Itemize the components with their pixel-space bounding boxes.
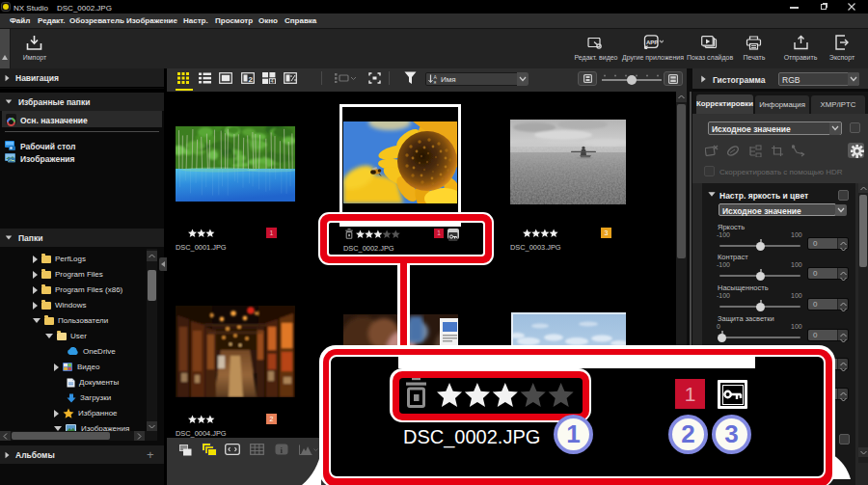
svg-text:2: 2: [249, 75, 254, 84]
svg-text:я: я: [434, 79, 437, 84]
svg-text:4: 4: [271, 78, 274, 84]
svg-text:APP: APP: [646, 40, 658, 45]
